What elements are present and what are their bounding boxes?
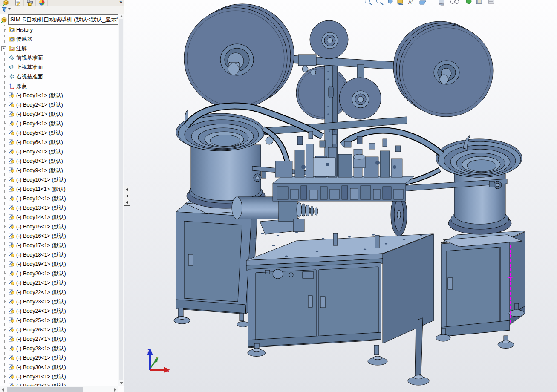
apply-scene-icon[interactable] xyxy=(476,0,482,4)
tabs-overflow-button[interactable]: » xyxy=(119,0,122,5)
tree-item[interactable]: + History xyxy=(0,25,118,34)
tree-root-label: SIM卡自动机自动成型机 (默认<默认_显示状态-1>) xyxy=(8,14,118,25)
collapse-arrow-icon xyxy=(126,201,128,204)
tree-item[interactable]: + 上视基准面 xyxy=(0,62,118,72)
plane-icon xyxy=(9,55,15,61)
tree-item[interactable]: + (-) Body31<1> (默认) xyxy=(0,372,118,381)
tree-item[interactable]: + (-) Body22<1> (默认) xyxy=(0,287,118,297)
filter-dropdown-caret[interactable] xyxy=(8,8,11,10)
solid-body-icon xyxy=(9,214,15,220)
tree-item[interactable]: + (-) Body10<1> (默认) xyxy=(0,175,118,184)
solid-body-icon xyxy=(9,167,15,173)
tree-root-item[interactable]: SIM卡自动机自动成型机 (默认<默认_显示状态-1>) xyxy=(0,14,118,25)
tree-item[interactable]: + (-) Body13<1> (默认) xyxy=(0,203,118,212)
solidworks-window: A° xyxy=(0,0,557,392)
tree-item[interactable]: + (-) Body27<1> (默认) xyxy=(0,334,118,343)
horizontal-scroll-thumb[interactable] xyxy=(7,387,83,392)
filter-funnel-icon[interactable] xyxy=(2,7,7,12)
feature-tree-list: + History + 传感器 + 注解 + 前视基准面 + 上视基准面 + 右… xyxy=(0,25,118,386)
tree-item[interactable]: + (-) Body4<1> (默认) xyxy=(0,118,118,128)
view-settings-icon[interactable] xyxy=(488,0,494,3)
tree-item[interactable]: + (-) Body24<1> (默认) xyxy=(0,306,118,315)
edit-appearance-icon[interactable] xyxy=(466,0,471,4)
solid-body-icon xyxy=(9,148,15,155)
tree-item[interactable]: + (-) Body30<1> (默认) xyxy=(0,362,118,372)
configurationmanager-tab[interactable] xyxy=(24,0,36,6)
tree-item[interactable]: + (-) Body25<1> (默认) xyxy=(0,315,118,325)
tree-item[interactable]: + (-) Body2<1> (默认) xyxy=(0,100,118,109)
tree-item[interactable]: + (-) Body20<1> (默认) xyxy=(0,268,118,278)
plane-icon xyxy=(9,73,15,80)
solid-body-icon xyxy=(9,317,15,323)
solid-body-icon xyxy=(9,233,15,239)
scroll-left-icon[interactable] xyxy=(2,388,4,392)
triad-z-label: Z xyxy=(147,348,151,355)
tree-item[interactable]: + (-) Body16<1> (默认) xyxy=(0,231,118,240)
display-style-icon[interactable] xyxy=(439,0,444,5)
tree-item[interactable]: + (-) Body21<1> (默认) xyxy=(0,278,118,287)
feature-tree: SIM卡自动机自动成型机 (默认<默认_显示状态-1>) + History +… xyxy=(0,14,118,386)
tree-vertical-scrollbar[interactable] xyxy=(118,14,124,386)
displaymanager-tab[interactable] xyxy=(36,0,48,6)
solid-body-icon xyxy=(9,270,15,277)
solid-body-icon xyxy=(9,383,15,386)
tree-item[interactable]: + (-) Body9<1> (默认) xyxy=(0,165,118,175)
tree-item[interactable]: + (-) Body18<1> (默认) xyxy=(0,250,118,259)
tree-item[interactable]: + (-) Body26<1> (默认) xyxy=(0,325,118,334)
tree-item[interactable]: + (-) Body17<1> (默认) xyxy=(0,240,118,250)
previous-view-icon[interactable] xyxy=(388,0,392,3)
tree-item[interactable]: + 原点 xyxy=(0,81,118,90)
solid-body-icon xyxy=(9,298,15,305)
solid-body-icon xyxy=(9,176,15,183)
tree-filter-bar[interactable] xyxy=(0,6,124,14)
propertymanager-tab[interactable] xyxy=(12,0,24,6)
view-orientation-icon[interactable] xyxy=(398,0,403,5)
triad-y-label: y xyxy=(156,355,159,360)
featuremanager-design-tree-tab[interactable] xyxy=(0,0,12,6)
tree-item[interactable]: + (-) Body8<1> (默认) xyxy=(0,156,118,165)
solid-body-icon xyxy=(9,364,15,370)
tree-item[interactable]: + (-) Body15<1> (默认) xyxy=(0,222,118,231)
tree-item[interactable]: + (-) Body12<1> (默认) xyxy=(0,193,118,203)
tree-item[interactable]: + (-) Body23<1> (默认) xyxy=(0,297,118,306)
expand-toggle[interactable]: + xyxy=(1,46,6,51)
solid-body-icon xyxy=(9,101,15,108)
solid-body-icon xyxy=(9,251,15,258)
solid-body-icon xyxy=(9,345,15,352)
scroll-right-icon[interactable] xyxy=(114,388,116,392)
solid-body-icon xyxy=(9,158,15,164)
tree-item[interactable]: + (-) Body11<1> (默认) xyxy=(0,184,118,193)
tree-item[interactable]: + (-) Body7<1> (默认) xyxy=(0,147,118,156)
tree-item[interactable]: + 注解 xyxy=(0,43,118,53)
tree-item[interactable]: + (-) Body14<1> (默认) xyxy=(0,212,118,222)
tree-item[interactable]: + 前视基准面 xyxy=(0,53,118,62)
tree-item[interactable]: + (-) Body5<1> (默认) xyxy=(0,128,118,137)
scroll-down-icon[interactable] xyxy=(120,382,123,384)
collapse-arrow-icon xyxy=(126,188,128,191)
small-reel-right[interactable] xyxy=(339,78,381,119)
small-reel-top[interactable] xyxy=(310,20,348,59)
tree-item[interactable]: + (-) Body32<1> (默认) xyxy=(0,381,118,386)
panel-collapse-handle[interactable] xyxy=(124,186,130,206)
tree-horizontal-scrollbar[interactable] xyxy=(0,386,118,392)
tree-item[interactable]: + (-) Body6<1> (默认) xyxy=(0,137,118,147)
scroll-up-icon[interactable] xyxy=(120,15,123,17)
tree-item[interactable]: + 传感器 xyxy=(0,34,118,43)
panel-knob[interactable] xyxy=(273,269,283,279)
origin-icon xyxy=(9,83,15,89)
annotation-view-icon[interactable]: A° xyxy=(408,0,413,5)
tree-item[interactable]: + (-) Body19<1> (默认) xyxy=(0,259,118,268)
plane-icon xyxy=(9,64,15,70)
tree-item[interactable]: + (-) Body28<1> (默认) xyxy=(0,343,118,353)
tree-item[interactable]: + (-) Body1<1> (默认) xyxy=(0,90,118,100)
tree-item[interactable]: + 右视基准面 xyxy=(0,72,118,81)
triad-x-label: X xyxy=(166,367,170,374)
annotations-folder-icon xyxy=(9,45,15,52)
solid-body-icon xyxy=(9,280,15,286)
collapse-arrow-icon xyxy=(126,195,128,197)
vertical-scroll-thumb[interactable] xyxy=(119,19,123,380)
tree-item[interactable]: + (-) Body3<1> (默认) xyxy=(0,109,118,118)
tree-item[interactable]: + (-) Body29<1> (默认) xyxy=(0,353,118,362)
sensors-folder-icon xyxy=(9,36,15,42)
solid-body-icon xyxy=(9,326,15,333)
